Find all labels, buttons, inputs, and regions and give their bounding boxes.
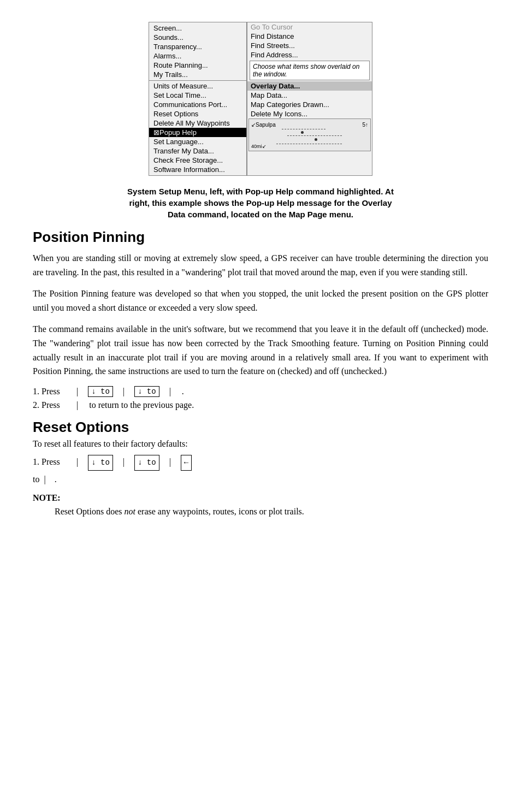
menu-item-screen: Screen... <box>149 23 246 33</box>
note-text-italic: not <box>125 507 135 516</box>
reset-step1-label: 1. Press <box>33 454 71 470</box>
position-step2-row: 2. Press | to return to the previous pag… <box>33 400 488 410</box>
position-pinning-para2: The Position Pinning feature was develop… <box>33 287 488 315</box>
menu-item-free-storage: Check Free Storage... <box>149 156 246 165</box>
menu-item-find-address: Find Address... <box>247 50 372 60</box>
note-text: Reset Options does not erase any waypoin… <box>55 505 488 518</box>
reset-step1-icon1: ↓ to <box>88 455 113 471</box>
step2-label: 2. Press <box>33 400 71 410</box>
menu-item-popup-help: ⊠Popup Help <box>149 128 246 137</box>
step2-text: to return to the previous page. <box>89 400 194 410</box>
menu-item-sounds: Sounds... <box>149 33 246 42</box>
reset-options-heading: Reset Options <box>33 419 488 436</box>
menu-item-overlay-data: Overlay Data... <box>247 81 372 91</box>
menu-item-software-info: Software Information... <box>149 165 246 174</box>
menu-item-alarms: Alarms... <box>149 51 246 61</box>
position-pinning-para1: When you are standing still or moving at… <box>33 251 488 279</box>
reset-step1-sep1: | <box>76 454 78 470</box>
menu-item-reset-options: Reset Options <box>149 109 246 118</box>
note-heading: NOTE: <box>33 493 488 503</box>
step1-sep3: | <box>169 387 171 396</box>
left-menu: Screen... Sounds... Transparency... Alar… <box>149 22 247 176</box>
right-panel: Go To Cursor Find Distance Find Streets.… <box>247 22 372 176</box>
menu-item-comms-port: Communications Port... <box>149 100 246 109</box>
menu-item-find-distance: Find Distance <box>247 32 372 41</box>
menu-item-units: Units of Measure... <box>149 80 246 91</box>
dashed-line-1 <box>282 129 325 129</box>
caption: System Setup Menu, left, with Pop-up Hel… <box>33 186 488 220</box>
menu-item-my-trails: My Trails... <box>149 70 246 79</box>
step1-sep1: | <box>76 387 78 396</box>
dashed-line-2 <box>287 135 342 136</box>
step2-sep: | <box>76 400 78 410</box>
step1-sep2: | <box>123 387 125 396</box>
position-step1-row: 1. Press | ↓ to | ↓ to | . <box>33 386 488 397</box>
reset-step1-sep3: | <box>169 454 171 470</box>
menu-item-go-to-cursor: Go To Cursor <box>247 22 372 32</box>
reset-to-label: to <box>33 472 39 488</box>
corner-label: 5↑ <box>362 122 368 128</box>
step1-icon2: ↓ to <box>134 386 159 397</box>
reset-intro: To reset all features to their factory d… <box>33 439 488 449</box>
reset-step1-row: 1. Press | ↓ to | ↓ to | ← to | . <box>33 454 488 488</box>
map-preview: ↙Sapulpa 5↑ 40mi↙ <box>248 118 371 151</box>
position-pinning-para3: The command remains available in the uni… <box>33 322 488 378</box>
step1-period: . <box>182 387 184 396</box>
map-dot-1 <box>301 131 304 134</box>
menu-item-local-time: Set Local Time... <box>149 91 246 100</box>
menu-item-route-planning: Route Planning... <box>149 61 246 70</box>
note-text-before: Reset Options does <box>55 507 125 516</box>
reset-step1-sep4: | <box>44 472 45 488</box>
reset-step1-icon3: ← <box>181 455 192 471</box>
map-dot-2 <box>315 138 317 141</box>
reset-step1-sep2: | <box>123 454 125 470</box>
step1-icon1: ↓ to <box>88 386 113 397</box>
dashed-line-3 <box>276 144 342 144</box>
note-text-after: erase any waypoints, routes, icons or pl… <box>135 507 304 516</box>
position-pinning-heading: Position Pinning <box>33 229 488 246</box>
menu-item-transparency: Transparency... <box>149 42 246 51</box>
sapulpa-label: ↙Sapulpa <box>251 122 276 128</box>
menu-item-delete-icons: Delete My Icons... <box>247 109 372 118</box>
menu-item-transfer-data: Transfer My Data... <box>149 146 246 156</box>
popup-help-text: Choose what items show overlaid on the w… <box>250 61 370 80</box>
menu-item-find-streets: Find Streets... <box>247 41 372 50</box>
reset-step1-icon2: ↓ to <box>134 455 159 471</box>
menu-item-delete-waypoints: Delete All My Waypoints <box>149 118 246 128</box>
menu-item-map-data: Map Data... <box>247 91 372 100</box>
mileage-label: 40mi↙ <box>251 144 267 149</box>
reset-step1-period: . <box>55 472 57 488</box>
menu-item-language: Set Language... <box>149 137 246 146</box>
screenshot-area: Screen... Sounds... Transparency... Alar… <box>33 22 488 176</box>
menu-item-map-categories: Map Categories Drawn... <box>247 100 372 109</box>
step1-label: 1. Press <box>33 387 71 396</box>
